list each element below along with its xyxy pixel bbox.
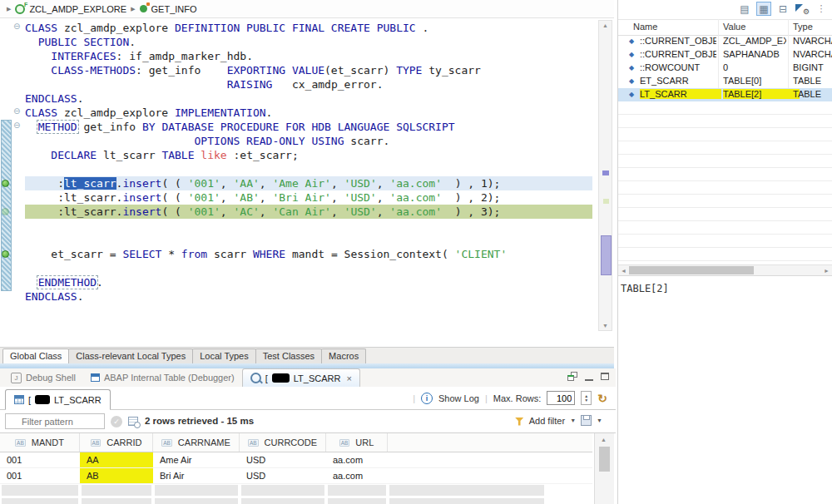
code-line[interactable]: CLASS zcl_amdp_explore IMPLEMENTATION. <box>25 106 592 120</box>
chevron-down-icon[interactable]: ▼ <box>597 418 602 423</box>
editor-tab-local-types[interactable]: Local Types <box>192 348 256 363</box>
code-line[interactable] <box>25 261 592 275</box>
variable-row[interactable]: ◆ET_SCARRTABLE[0]TABLE <box>618 75 832 88</box>
code-line[interactable]: :lt_scarr.insert( ( '001', 'AA', 'Ame Ai… <box>25 176 592 190</box>
breakpoint-icon[interactable] <box>2 180 9 187</box>
fold-marker-icon[interactable]: ⊖ <box>13 22 20 31</box>
save-filter-icon[interactable] <box>581 415 592 426</box>
code-line[interactable]: ENDMETHOD. <box>25 275 592 289</box>
tab-lt-scarr-result[interactable]: [ LT_SCARR <box>5 389 111 410</box>
column-header-carrid[interactable]: ABCARRID <box>80 433 153 452</box>
refresh-icon[interactable]: ↻ <box>597 392 607 405</box>
code-line[interactable]: ENDCLASS. <box>25 91 592 106</box>
code-line[interactable]: :lt_scarr.insert( ( '001', 'AC', 'Can Ai… <box>25 205 592 219</box>
close-icon[interactable]: × <box>346 373 351 383</box>
scroll-down-icon[interactable]: ▼ <box>602 323 608 329</box>
scroll-up-icon[interactable]: ▲ <box>602 22 608 28</box>
variable-name: ET_SCARR <box>640 76 716 86</box>
code-line[interactable] <box>25 162 592 176</box>
code-line[interactable]: et_scarr = SELECT * from scarr WHERE man… <box>25 247 592 261</box>
variable-detail-pane[interactable]: TABLE[2] <box>618 276 832 504</box>
breadcrumb-caret-icon[interactable]: ▶ <box>7 6 11 12</box>
code-line[interactable]: INTERFACES: if_amdp_marker_hdb. <box>25 49 592 63</box>
code-token <box>25 64 51 77</box>
scroll-left-icon[interactable]: ◄ <box>621 268 626 274</box>
table-row[interactable]: 001AAAme AirUSDaa.com <box>0 452 592 468</box>
gear-icon: ⚙ <box>803 7 810 16</box>
variables-horizontal-scrollbar[interactable]: ◄ ► <box>618 264 832 276</box>
code-token: '001' <box>188 177 220 190</box>
column-header-name[interactable]: Name <box>633 22 657 32</box>
code-line[interactable]: RAISING cx_amdp_error. <box>25 77 592 91</box>
column-header-type[interactable]: Type <box>793 22 813 32</box>
restore-icon[interactable] <box>567 372 577 381</box>
code-line[interactable]: CLASS zcl_amdp_explore DEFINITION PUBLIC… <box>25 21 592 35</box>
breakpoint-icon[interactable] <box>2 250 9 258</box>
chevron-down-icon[interactable]: ▼ <box>570 418 576 423</box>
scroll-right-icon[interactable]: ► <box>824 268 830 274</box>
code-line[interactable]: DECLARE lt_scarr TABLE like :et_scarr; <box>25 148 592 162</box>
tab-debug-shell[interactable]: J Debug Shell <box>3 368 83 387</box>
scrollbar-thumb[interactable] <box>601 235 612 275</box>
code-token: , <box>331 205 344 218</box>
breadcrumb-method-name[interactable]: GET_INFO <box>151 4 197 14</box>
scrollbar-thumb[interactable] <box>629 266 754 274</box>
column-header-carrname[interactable]: ABCARRNAME <box>153 433 240 452</box>
code-area[interactable]: CLASS zcl_amdp_explore DEFINITION PUBLIC… <box>25 21 592 304</box>
code-line[interactable]: CLASS-METHODS: get_info EXPORTING VALUE(… <box>25 63 592 77</box>
table-vertical-scrollbar[interactable]: ▲ <box>594 433 614 504</box>
add-filter-button[interactable]: Add filter <box>529 416 565 426</box>
variable-row[interactable]: ◆::ROWCOUNT0BIGINT <box>618 62 832 75</box>
code-line[interactable]: ENDCLASS. <box>25 289 592 304</box>
column-header-value[interactable]: Value <box>723 22 745 32</box>
breadcrumb-class-name[interactable]: ZCL_AMDP_EXPLORE <box>29 4 126 14</box>
scrollbar-thumb[interactable] <box>599 447 610 472</box>
group-by-icon[interactable]: ▦ <box>756 2 771 16</box>
code-token: , <box>377 205 390 218</box>
column-header-mandt[interactable]: ABMANDT <box>0 433 80 452</box>
code-editor[interactable]: ⊖ ⊖ ⊖ CLASS zcl_amdp_explore DEFINITION … <box>0 18 614 347</box>
editor-vertical-scrollbar[interactable]: ▲ ▼ <box>598 20 612 331</box>
max-rows-stepper[interactable]: ▲ ▼ <box>581 391 592 405</box>
apply-filter-icon[interactable]: ✓ <box>111 416 122 427</box>
code-token: * <box>161 248 181 260</box>
code-token: : if_amdp_marker_hdb. <box>116 50 253 62</box>
filter-settings-icon[interactable]: ⚙ <box>795 2 810 16</box>
variable-row[interactable]: ◆::CURRENT_OBJECZCL_AMDP_EX...NVARCHAR <box>618 35 832 48</box>
column-header-currcode[interactable]: ABCURRCODE <box>240 433 326 452</box>
tab-abap-internal-table[interactable]: ABAP Internal Table (Debugger) <box>83 368 242 387</box>
show-log-button[interactable]: Show Log <box>438 393 479 403</box>
code-line[interactable] <box>25 219 592 233</box>
variable-row[interactable]: ◆LT_SCARRTABLE[2]TABLE <box>618 88 832 101</box>
view-menu-icon[interactable]: ⋮ <box>814 2 829 16</box>
minimize-icon[interactable] <box>585 373 593 381</box>
maximize-icon[interactable] <box>601 373 609 380</box>
code-line[interactable]: OPTIONS READ-ONLY USING scarr. <box>25 134 592 148</box>
max-rows-input[interactable] <box>547 391 575 405</box>
variable-icon: ◆ <box>629 51 634 58</box>
column-header-url[interactable]: ABURL <box>326 433 388 452</box>
code-token <box>25 220 32 232</box>
editor-tab-macros[interactable]: Macros <box>321 348 366 363</box>
variable-row[interactable]: ◆::CURRENT_OBJECSAPHANADBNVARCHAR <box>618 48 832 62</box>
code-line[interactable]: :lt_scarr.insert( ( '001', 'AB', 'Bri Ai… <box>25 190 592 205</box>
fold-marker-icon[interactable]: ⊖ <box>13 121 20 130</box>
code-token: :lt_scarr. <box>25 191 122 204</box>
breakpoint-icon[interactable] <box>2 208 9 215</box>
code-line[interactable] <box>25 233 592 247</box>
tab-lt-scarr[interactable]: [ LT_SCARR × <box>242 368 360 387</box>
code-line[interactable]: PUBLIC SECTION. <box>25 35 592 49</box>
scroll-up-icon[interactable]: ▲ <box>601 437 607 442</box>
filter-input[interactable] <box>5 413 105 429</box>
table-row[interactable]: 001ABBri AirUSDaa.com <box>0 468 592 484</box>
fold-marker-icon[interactable]: ⊖ <box>13 107 20 116</box>
show-columns-icon[interactable]: ▤ <box>737 2 752 16</box>
code-line[interactable]: METHOD get_info BY DATABASE PROCEDURE FO… <box>25 120 592 134</box>
editor-tab-global-class[interactable]: Global Class <box>2 348 69 363</box>
editor-tab-test-classes[interactable]: Test Classes <box>255 348 322 363</box>
collapse-all-icon[interactable]: ⊟ <box>775 2 790 16</box>
code-token: insert <box>122 191 161 204</box>
stepper-down-icon[interactable]: ▼ <box>584 398 588 403</box>
editor-tab-class-relevant-local-types[interactable]: Class-relevant Local Types <box>68 348 193 363</box>
breadcrumb-caret-icon[interactable]: ▶ <box>131 6 135 12</box>
